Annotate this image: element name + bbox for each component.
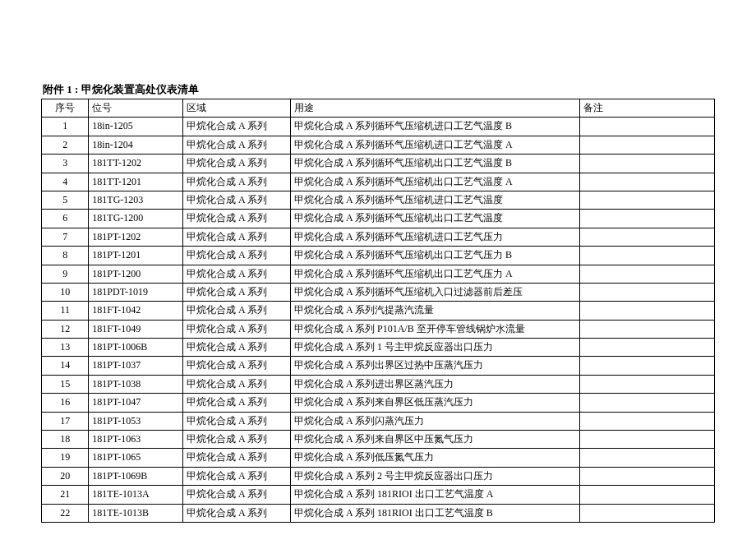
table-row: 6181TG-1200甲烷化合成 A 系列甲烷化合成 A 系列循环气压缩机出口工…	[42, 210, 715, 228]
cell-note	[580, 486, 715, 504]
header-use: 用途	[291, 99, 580, 118]
header-note: 备注	[580, 99, 715, 118]
cell-use: 甲烷化合成 A 系列循环气压缩机出口工艺气压力 B	[291, 247, 580, 265]
cell-area: 甲烷化合成 A 系列	[182, 302, 290, 320]
cell-tag: 181PT-1202	[89, 228, 183, 246]
cell-note	[580, 412, 715, 430]
cell-seq: 5	[42, 191, 89, 209]
cell-area: 甲烷化合成 A 系列	[182, 173, 290, 191]
cell-use: 甲烷化合成 A 系列 181RIOI 出口工艺气温度 A	[291, 486, 580, 504]
cell-seq: 13	[42, 339, 89, 357]
cell-tag: 181TT-1202	[89, 155, 183, 173]
cell-seq: 10	[42, 283, 89, 301]
cell-tag: 181PT-1038	[89, 375, 183, 393]
cell-use: 甲烷化合成 A 系列低压氮气压力	[291, 449, 580, 467]
cell-seq: 14	[42, 357, 89, 375]
cell-note	[580, 283, 715, 301]
cell-note	[580, 302, 715, 320]
cell-note	[580, 504, 715, 522]
cell-tag: 181PDT-1019	[89, 283, 183, 301]
cell-use: 甲烷化合成 A 系列循环气压缩机出口工艺气温度	[291, 210, 580, 228]
cell-note	[580, 173, 715, 191]
cell-seq: 11	[42, 302, 89, 320]
cell-use: 甲烷化合成 A 系列循环气压缩机入口过滤器前后差压	[291, 283, 580, 301]
cell-tag: 181PT-1053	[89, 412, 183, 430]
cell-seq: 19	[42, 449, 89, 467]
cell-area: 甲烷化合成 A 系列	[182, 136, 290, 154]
cell-area: 甲烷化合成 A 系列	[182, 339, 290, 357]
table-row: 12181FT-1049甲烷化合成 A 系列甲烷化合成 A 系列 P101A/B…	[42, 320, 715, 338]
cell-seq: 7	[42, 228, 89, 246]
table-row: 13181PT-1006B甲烷化合成 A 系列甲烷化合成 A 系列 1 号主甲烷…	[42, 339, 715, 357]
cell-tag: 181PT-1006B	[89, 339, 183, 357]
cell-use: 甲烷化合成 A 系列来自界区中压氮气压力	[291, 431, 580, 449]
cell-tag: 181TE-1013B	[89, 504, 183, 522]
cell-use: 甲烷化合成 A 系列 181RIOI 出口工艺气温度 B	[291, 504, 580, 522]
cell-area: 甲烷化合成 A 系列	[182, 431, 290, 449]
cell-seq: 21	[42, 486, 89, 504]
table-row: 9181PT-1200甲烷化合成 A 系列甲烷化合成 A 系列循环气压缩机出口工…	[42, 265, 715, 283]
table-row: 18181PT-1063甲烷化合成 A 系列甲烷化合成 A 系列来自界区中压氮气…	[42, 431, 715, 449]
cell-seq: 4	[42, 173, 89, 191]
cell-seq: 2	[42, 136, 89, 154]
cell-use: 甲烷化合成 A 系列循环气压缩机进口工艺气温度	[291, 191, 580, 209]
cell-area: 甲烷化合成 A 系列	[182, 394, 290, 412]
cell-area: 甲烷化合成 A 系列	[182, 357, 290, 375]
table-row: 14181PT-1037甲烷化合成 A 系列甲烷化合成 A 系列出界区过热中压蒸…	[42, 357, 715, 375]
cell-use: 甲烷化合成 A 系列出界区过热中压蒸汽压力	[291, 357, 580, 375]
cell-use: 甲烷化合成 A 系列 2 号主甲烷反应器出口压力	[291, 467, 580, 485]
cell-area: 甲烷化合成 A 系列	[182, 504, 290, 522]
table-row: 22181TE-1013B甲烷化合成 A 系列甲烷化合成 A 系列 181RIO…	[42, 504, 715, 522]
cell-use: 甲烷化合成 A 系列循环气压缩机进口工艺气温度 A	[291, 136, 580, 154]
cell-note	[580, 118, 715, 136]
cell-area: 甲烷化合成 A 系列	[182, 449, 290, 467]
cell-seq: 22	[42, 504, 89, 522]
cell-seq: 16	[42, 394, 89, 412]
cell-seq: 8	[42, 247, 89, 265]
cell-area: 甲烷化合成 A 系列	[182, 283, 290, 301]
cell-use: 甲烷化合成 A 系列 P101A/B 至开停车管线锅炉水流量	[291, 320, 580, 338]
table-row: 118in-1205甲烷化合成 A 系列甲烷化合成 A 系列循环气压缩机进口工艺…	[42, 118, 715, 136]
table-row: 11181FT-1042甲烷化合成 A 系列甲烷化合成 A 系列汽提蒸汽流量	[42, 302, 715, 320]
cell-area: 甲烷化合成 A 系列	[182, 155, 290, 173]
table-row: 8181PT-1201甲烷化合成 A 系列甲烷化合成 A 系列循环气压缩机出口工…	[42, 247, 715, 265]
header-seq: 序号	[42, 99, 89, 118]
cell-tag: 181PT-1200	[89, 265, 183, 283]
table-row: 7181PT-1202甲烷化合成 A 系列甲烷化合成 A 系列循环气压缩机进口工…	[42, 228, 715, 246]
cell-use: 甲烷化合成 A 系列进出界区蒸汽压力	[291, 375, 580, 393]
table-row: 20181PT-1069B甲烷化合成 A 系列甲烷化合成 A 系列 2 号主甲烷…	[42, 467, 715, 485]
table-row: 10181PDT-1019甲烷化合成 A 系列甲烷化合成 A 系列循环气压缩机入…	[42, 283, 715, 301]
table-body: 118in-1205甲烷化合成 A 系列甲烷化合成 A 系列循环气压缩机进口工艺…	[42, 118, 715, 523]
cell-seq: 12	[42, 320, 89, 338]
cell-tag: 181PT-1063	[89, 431, 183, 449]
cell-use: 甲烷化合成 A 系列汽提蒸汽流量	[291, 302, 580, 320]
cell-area: 甲烷化合成 A 系列	[182, 210, 290, 228]
attachment-title: 附件 1 : 甲烷化装置高处仪表清单	[41, 82, 715, 97]
cell-note	[580, 265, 715, 283]
table-row: 17181PT-1053甲烷化合成 A 系列甲烷化合成 A 系列闪蒸汽压力	[42, 412, 715, 430]
cell-area: 甲烷化合成 A 系列	[182, 375, 290, 393]
cell-note	[580, 320, 715, 338]
cell-seq: 1	[42, 118, 89, 136]
cell-seq: 6	[42, 210, 89, 228]
table-row: 16181PT-1047甲烷化合成 A 系列甲烷化合成 A 系列来自界区低压蒸汽…	[42, 394, 715, 412]
cell-area: 甲烷化合成 A 系列	[182, 412, 290, 430]
cell-area: 甲烷化合成 A 系列	[182, 228, 290, 246]
cell-area: 甲烷化合成 A 系列	[182, 486, 290, 504]
cell-area: 甲烷化合成 A 系列	[182, 265, 290, 283]
cell-note	[580, 191, 715, 209]
cell-note	[580, 339, 715, 357]
cell-seq: 3	[42, 155, 89, 173]
cell-note	[580, 228, 715, 246]
cell-use: 甲烷化合成 A 系列闪蒸汽压力	[291, 412, 580, 430]
cell-note	[580, 210, 715, 228]
table-row: 4181TT-1201甲烷化合成 A 系列甲烷化合成 A 系列循环气压缩机出口工…	[42, 173, 715, 191]
cell-use: 甲烷化合成 A 系列循环气压缩机出口工艺气温度 A	[291, 173, 580, 191]
cell-tag: 18in-1205	[89, 118, 183, 136]
table-header-row: 序号 位号 区域 用途 备注	[42, 99, 715, 118]
cell-seq: 15	[42, 375, 89, 393]
cell-use: 甲烷化合成 A 系列 1 号主甲烷反应器出口压力	[291, 339, 580, 357]
cell-tag: 181TE-1013A	[89, 486, 183, 504]
cell-note	[580, 375, 715, 393]
cell-tag: 181TG-1200	[89, 210, 183, 228]
